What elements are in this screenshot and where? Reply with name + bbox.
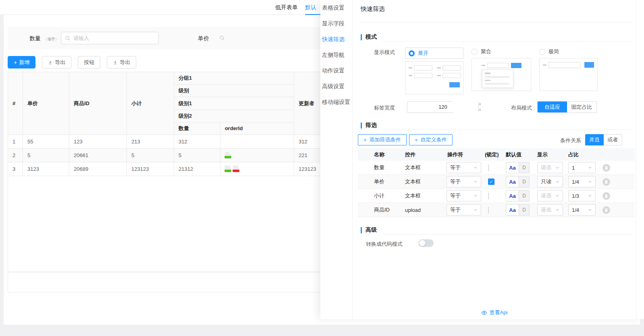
locked-checkbox[interactable] xyxy=(488,207,489,214)
col-header-level2: 级别2 xyxy=(174,110,294,122)
radio-expanded[interactable]: 展开 xyxy=(405,48,463,59)
nav-item-display-fields[interactable]: 显示字段 xyxy=(320,16,352,31)
order-files-cell xyxy=(220,162,294,176)
quantity-filter-operator: 〈等于〉 xyxy=(44,37,59,42)
nav-item-table-settings[interactable]: 表格设置 xyxy=(320,0,352,16)
preview-button xyxy=(584,62,594,68)
display-mode-option-aggregate: 聚合 xyxy=(472,48,531,91)
quantity-filter-text[interactable] xyxy=(73,35,155,41)
col-header-group1: 分组1 xyxy=(174,72,294,85)
chevron-down-icon xyxy=(474,208,478,212)
default-text-button[interactable]: Aa xyxy=(506,190,519,201)
default-dynamic-button[interactable]: D xyxy=(519,190,530,201)
spinner-up-icon[interactable]: ∧ xyxy=(479,102,481,107)
divider xyxy=(361,22,632,23)
display-mode-option-minimal: 极简 xyxy=(539,48,598,91)
excel-file-icon[interactable] xyxy=(225,152,231,159)
delete-row-icon[interactable] xyxy=(602,178,610,186)
add-button[interactable]: + 新增 xyxy=(8,56,35,68)
relation-or-button[interactable]: 或者 xyxy=(604,134,622,145)
chevron-down-icon xyxy=(474,166,478,170)
display-mode-option-expanded: 展开 xyxy=(405,48,463,94)
locked-checkbox[interactable] xyxy=(488,193,489,199)
pdf-file-icon[interactable] xyxy=(233,166,239,172)
default-dynamic-button[interactable]: D xyxy=(519,204,530,216)
label-width-label: 标签宽度 xyxy=(374,104,395,112)
default-dynamic-button[interactable]: D xyxy=(519,162,530,173)
ratio-select[interactable]: 1 xyxy=(568,162,596,173)
code-mode-label: 转换成代码模式 xyxy=(366,241,403,248)
section-mode: 模式 xyxy=(361,33,632,41)
display-select[interactable]: 请选 xyxy=(537,190,563,201)
col-header-level: 级别 xyxy=(174,85,294,97)
preview-expanded xyxy=(405,61,463,94)
filter-row-subtotal: 小计 文本框 等于 AaD 请选 1/3 xyxy=(358,189,635,203)
layout-option-fixed-ratio[interactable]: 固定占比 xyxy=(567,102,596,112)
default-text-button[interactable]: Aa xyxy=(506,204,519,216)
ratio-select[interactable]: 1/4 xyxy=(568,204,596,216)
display-mode-label: 显示模式 xyxy=(374,49,395,56)
section-advanced: 高级 xyxy=(361,226,632,234)
operator-select[interactable]: 等于 xyxy=(447,162,481,173)
nav-item-action-settings[interactable]: 动作设置 xyxy=(320,63,352,79)
ratio-select[interactable]: 1/4 xyxy=(568,176,596,187)
delete-row-icon[interactable] xyxy=(602,164,610,172)
radio-minimal[interactable]: 极简 xyxy=(539,48,598,56)
layout-option-adaptive[interactable]: 自适应 xyxy=(538,102,567,112)
search-icon xyxy=(65,35,71,41)
tab-default-view[interactable]: 默认 xyxy=(305,0,316,15)
generic-button[interactable]: 按钮 xyxy=(78,56,100,68)
col-header-product-id: 商品ID xyxy=(69,72,127,135)
delete-row-icon[interactable] xyxy=(602,206,610,214)
label-width-input[interactable]: ∧ ∨ xyxy=(407,101,453,113)
operator-select[interactable]: 等于 xyxy=(447,204,481,216)
drawer-content: 快速筛选 模式 显示模式 展开 xyxy=(353,0,636,319)
filter-row-quantity: 数量 文本框 等于 AaD 请选 1 xyxy=(358,161,635,175)
nav-item-quick-filter[interactable]: 快速筛选 xyxy=(320,31,352,47)
display-select[interactable]: 请选 xyxy=(537,162,563,173)
number-spinner: ∧ ∨ xyxy=(478,102,481,112)
default-text-button[interactable]: Aa xyxy=(506,176,519,187)
view-api-link[interactable]: 查看Api xyxy=(353,309,636,316)
display-select[interactable]: 请选 xyxy=(537,204,563,216)
excel-file-icon[interactable] xyxy=(225,166,231,172)
relation-segmented: 并且 或者 xyxy=(585,134,622,145)
nav-item-left-nav[interactable]: 左侧导航 xyxy=(320,47,352,63)
preview-aggregate xyxy=(472,58,531,91)
relation-and-button[interactable]: 并且 xyxy=(585,134,604,145)
nav-item-mobile-settings[interactable]: 移动端设置 xyxy=(320,94,352,110)
quantity-filter-label: 数量 xyxy=(29,35,41,42)
filter-row-product-id: 商品ID upload 等于 AaD 请选 1/4 xyxy=(358,203,635,217)
delete-row-icon[interactable] xyxy=(602,192,610,200)
quantity-filter-input[interactable] xyxy=(61,32,159,44)
settings-drawer: 表格设置 显示字段 快速筛选 左侧导航 动作设置 高级设置 移动端设置 快速筛选… xyxy=(320,0,644,319)
plus-icon: + xyxy=(415,137,418,143)
locked-checkbox[interactable]: ✓ xyxy=(488,178,494,185)
export-button-1[interactable]: 导出 xyxy=(42,56,71,68)
add-filter-condition-button[interactable]: +添加筛选条件 xyxy=(358,134,407,145)
drawer-scrollbar-gutter[interactable] xyxy=(636,0,644,319)
default-text-button[interactable]: Aa xyxy=(506,162,519,173)
label-width-value[interactable] xyxy=(407,102,478,112)
radio-icon xyxy=(409,50,415,56)
code-mode-toggle[interactable] xyxy=(418,239,434,247)
operator-select[interactable]: 等于 xyxy=(447,176,481,187)
preview-button xyxy=(511,63,521,68)
export-button-2[interactable]: 导出 xyxy=(107,56,136,68)
search-icon xyxy=(219,35,225,41)
locked-checkbox[interactable] xyxy=(488,164,489,171)
order-files-cell xyxy=(220,149,294,162)
chevron-down-icon xyxy=(588,166,592,170)
nav-item-advanced-settings[interactable]: 高级设置 xyxy=(320,79,352,94)
col-header-index: # xyxy=(8,72,23,135)
tab-low-code-form[interactable]: 低开表单 xyxy=(275,0,298,15)
ratio-select[interactable]: 1/3 xyxy=(568,190,596,201)
operator-select[interactable]: 等于 xyxy=(447,190,481,201)
default-dynamic-button[interactable]: D xyxy=(519,176,530,187)
radio-aggregate[interactable]: 聚合 xyxy=(472,48,531,56)
eye-icon xyxy=(481,310,487,316)
display-select[interactable]: 只读 xyxy=(537,176,563,187)
layout-mode-segmented: 自适应 固定占比 xyxy=(537,101,597,113)
spinner-down-icon[interactable]: ∨ xyxy=(479,107,481,112)
custom-condition-button[interactable]: +自定义条件 xyxy=(409,134,453,145)
